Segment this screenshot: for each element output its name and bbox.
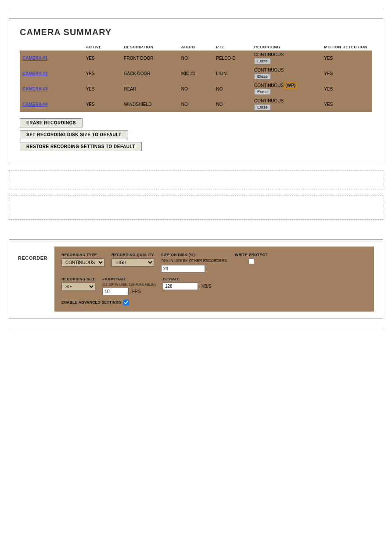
camera-1-ptz: PELCO-D: [213, 51, 252, 66]
camera-3-link-cell: CAMERA #3: [20, 81, 83, 97]
camera-2-link-cell: CAMERA #2: [20, 66, 83, 81]
camera-3-audio: NO: [179, 81, 214, 97]
recording-quality-select[interactable]: HIGH MEDIUM LOW: [111, 258, 154, 267]
camera-4-link-cell: CAMERA #4: [20, 97, 83, 112]
camera-4-motion: YES: [321, 97, 372, 112]
col-active: ACTIVE: [83, 44, 122, 51]
table-row: CAMERA #4 YES WINDSHIELD NO NO CONTINUOU…: [20, 97, 372, 112]
fps-label: FPS: [132, 289, 140, 294]
size-on-disk-group: SIZE ON DISK (%) 74% IN USE BY OTHER REC…: [161, 253, 228, 272]
advanced-settings-row: ENABLE ADVANCED SETTINGS: [61, 300, 367, 305]
camera-2-recording: CONTINUOUS Erase: [252, 66, 321, 81]
camera-3-ptz: NO: [213, 81, 252, 97]
recording-size-select[interactable]: SIF 2CIF 4CIF: [61, 283, 95, 291]
camera-3-active: YES: [83, 81, 122, 97]
camera-2-description: BACK DOOR: [121, 66, 178, 81]
camera-4-audio: NO: [179, 97, 214, 112]
camera-3-description: REAR: [121, 81, 178, 97]
camera-1-recording-text: CONTINUOUS: [254, 52, 284, 57]
camera-2-erase-button[interactable]: Erase: [254, 73, 271, 80]
size-on-disk-info: 74% IN USE BY OTHER RECORDERS.: [161, 258, 228, 264]
recording-type-label: RECORDING TYPE: [61, 253, 104, 257]
camera-4-ptz: NO: [213, 97, 252, 112]
col-recording: RECORDING: [252, 44, 321, 51]
camera-3-motion: YES: [321, 81, 372, 97]
annotation-box-1: [9, 170, 383, 189]
panel-title: CAMERA SUMMARY: [20, 27, 372, 37]
camera-1-recording: CONTINUOUS Erase: [252, 51, 321, 66]
camera-3-erase-button[interactable]: Erase: [254, 89, 271, 95]
camera-4-active: YES: [83, 97, 122, 112]
camera-4-recording-text: CONTINUOUS: [254, 98, 284, 103]
bitrate-group: BITRATE KB/S: [163, 277, 212, 290]
camera-3-recording-text: CONTINUOUS(WP): [254, 83, 297, 88]
spacer: [9, 226, 383, 239]
recorder-content: RECORDING TYPE CONTINUOUS MOTION SCHEDUL…: [54, 247, 374, 312]
restore-settings-button[interactable]: RESTORE RECORDING SETTINGS TO DEFAULT: [20, 142, 142, 151]
annotation-box-2: [9, 196, 383, 220]
camera-2-motion: YES: [321, 66, 372, 81]
camera-1-link[interactable]: CAMERA #1: [22, 56, 47, 61]
bottom-rule: [9, 328, 383, 328]
framerate-label: FRAMERATE: [102, 277, 156, 281]
camera-1-motion: YES: [321, 51, 372, 66]
recording-size-group: RECORDING SIZE SIF 2CIF 4CIF: [61, 277, 95, 291]
wp-badge: (WP): [284, 82, 297, 89]
recorder-row1: RECORDING TYPE CONTINUOUS MOTION SCHEDUL…: [61, 253, 367, 272]
camera-2-active: YES: [83, 66, 122, 81]
camera-1-active: YES: [83, 51, 122, 66]
camera-4-recording: CONTINUOUS Erase: [252, 97, 321, 112]
recording-quality-label: RECORDING QUALITY: [111, 253, 154, 257]
framerate-input[interactable]: [102, 288, 129, 295]
framerate-info: (31 SIF IN USE, 129 AVAILABLE.): [102, 283, 156, 287]
recording-type-select[interactable]: CONTINUOUS MOTION SCHEDULED: [61, 258, 104, 267]
recording-quality-group: RECORDING QUALITY HIGH MEDIUM LOW: [111, 253, 154, 267]
table-row: CAMERA #1 YES FRONT DOOR NO PELCO-D CONT…: [20, 51, 372, 66]
action-buttons: ERASE RECORDINGS SET RECORDING DISK SIZE…: [20, 118, 372, 151]
page-wrapper: CAMERA SUMMARY ACTIVE DESCRIPTION AUDIO …: [9, 9, 383, 328]
camera-2-audio: MIC #1: [179, 66, 214, 81]
write-protect-checkbox[interactable]: [248, 258, 254, 264]
bitrate-label: BITRATE: [163, 277, 212, 281]
col-description: DESCRIPTION: [121, 44, 178, 51]
size-on-disk-input[interactable]: [161, 265, 205, 272]
camera-4-erase-button[interactable]: Erase: [254, 104, 271, 110]
top-rule: [9, 9, 383, 9]
recording-size-label: RECORDING SIZE: [61, 277, 95, 281]
table-row: CAMERA #2 YES BACK DOOR MIC #1 LILIN CON…: [20, 66, 372, 81]
camera-4-description: WINDSHIELD: [121, 97, 178, 112]
camera-1-description: FRONT DOOR: [121, 51, 178, 66]
camera-3-link[interactable]: CAMERA #3: [22, 87, 47, 91]
camera-1-erase-button[interactable]: Erase: [254, 58, 271, 64]
camera-4-link[interactable]: CAMERA #4: [22, 102, 47, 107]
col-camera: [20, 44, 83, 51]
col-audio: AUDIO: [179, 44, 214, 51]
recording-type-group: RECORDING TYPE CONTINUOUS MOTION SCHEDUL…: [61, 253, 104, 267]
erase-recordings-button[interactable]: ERASE RECORDINGS: [20, 118, 83, 127]
recorder-label: RECORDER: [18, 247, 54, 261]
table-row: CAMERA #3 YES REAR NO NO CONTINUOUS(WP) …: [20, 81, 372, 97]
camera-1-audio: NO: [179, 51, 214, 66]
camera-2-recording-text: CONTINUOUS: [254, 68, 284, 73]
camera-2-ptz: LILIN: [213, 66, 252, 81]
recorder-row2: RECORDING SIZE SIF 2CIF 4CIF FRAMERATE (…: [61, 277, 367, 295]
kbs-label: KB/S: [201, 284, 212, 289]
bitrate-input[interactable]: [163, 283, 198, 290]
col-motion: MOTION DETECTION: [321, 44, 372, 51]
camera-1-link-cell: CAMERA #1: [20, 51, 83, 66]
write-protect-label: WRITE PROTECT: [235, 253, 267, 257]
recorder-panel: RECORDER RECORDING TYPE CONTINUOUS MOTIO…: [9, 239, 383, 319]
advanced-settings-label: ENABLE ADVANCED SETTINGS: [61, 300, 122, 305]
write-protect-group: WRITE PROTECT: [235, 253, 267, 264]
advanced-settings-checkbox[interactable]: [123, 300, 129, 305]
camera-2-link[interactable]: CAMERA #2: [22, 71, 47, 76]
recorder-layout: RECORDER RECORDING TYPE CONTINUOUS MOTIO…: [18, 247, 374, 312]
framerate-group: FRAMERATE (31 SIF IN USE, 129 AVAILABLE.…: [102, 277, 156, 295]
camera-3-recording: CONTINUOUS(WP) Erase: [252, 81, 321, 97]
camera-summary-panel: CAMERA SUMMARY ACTIVE DESCRIPTION AUDIO …: [9, 18, 383, 162]
summary-table: ACTIVE DESCRIPTION AUDIO PTZ RECORDING M…: [20, 44, 372, 112]
col-ptz: PTZ: [213, 44, 252, 51]
set-disk-size-button[interactable]: SET RECORDING DISK SIZE TO DEFAULT: [20, 130, 128, 139]
size-on-disk-label: SIZE ON DISK (%): [161, 253, 228, 257]
